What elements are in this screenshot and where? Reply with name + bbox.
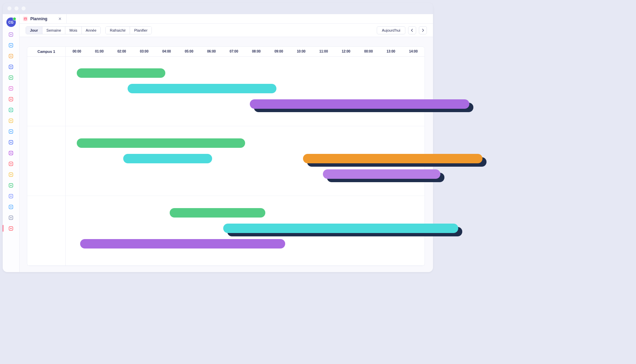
time-tick: 00:00 xyxy=(66,49,88,54)
svg-point-7 xyxy=(10,66,12,67)
window-min-dot[interactable] xyxy=(14,6,19,10)
gantt-chart: Campus 1 00:0001:0002:0003:0004:0005:000… xyxy=(27,46,425,266)
planning-icon[interactable] xyxy=(8,225,14,232)
cube-icon[interactable] xyxy=(8,150,14,156)
svg-point-5 xyxy=(10,55,12,57)
time-tick: 11:00 xyxy=(312,49,335,54)
time-tick: 07:00 xyxy=(223,49,245,54)
app-window: CG Planning ✕ JourSemaineMoisAnnée Rafra… xyxy=(3,3,433,272)
time-tick: 02:00 xyxy=(110,49,133,54)
building-icon[interactable] xyxy=(8,203,14,210)
svg-point-25 xyxy=(10,163,12,164)
svg-point-31 xyxy=(10,195,12,197)
svg-point-13 xyxy=(10,98,12,100)
view-jour[interactable]: Jour xyxy=(26,27,42,34)
action-rafraichir[interactable]: Rafraichir xyxy=(106,27,130,34)
svg-point-11 xyxy=(10,88,12,89)
window-max-dot[interactable] xyxy=(22,6,26,10)
user-icon[interactable] xyxy=(8,193,14,199)
titlebar xyxy=(3,3,433,14)
view-semaine[interactable]: Semaine xyxy=(42,27,65,34)
time-tick: 03:00 xyxy=(133,49,156,54)
svg-point-33 xyxy=(10,206,12,207)
row-label xyxy=(27,126,65,196)
resource-header: Campus 1 xyxy=(27,47,66,56)
trend-icon[interactable] xyxy=(8,53,14,59)
svg-rect-38 xyxy=(24,18,26,20)
view-toggle-group: JourSemaineMoisAnnée xyxy=(26,26,101,34)
time-tick: 12:00 xyxy=(335,49,358,54)
main-area: Planning ✕ JourSemaineMoisAnnée Rafraich… xyxy=(20,14,433,272)
svg-point-27 xyxy=(10,174,12,175)
avatar[interactable]: CG xyxy=(6,18,16,27)
svg-point-37 xyxy=(10,228,12,229)
action-group: RafraichirPlanifier xyxy=(105,26,152,34)
gear-icon[interactable] xyxy=(8,160,14,167)
gantt-header: Campus 1 00:0001:0002:0003:0004:0005:000… xyxy=(27,47,425,57)
time-tick: 05:00 xyxy=(178,49,200,54)
tab-title: Planning xyxy=(30,16,47,21)
svg-point-23 xyxy=(10,152,12,154)
today-button[interactable]: Aujourd'hui xyxy=(377,26,405,34)
svg-point-21 xyxy=(10,141,12,143)
briefcase-icon[interactable] xyxy=(8,106,14,113)
time-tick: 04:00 xyxy=(156,49,178,54)
next-button[interactable] xyxy=(419,26,427,34)
row-label xyxy=(27,196,65,266)
time-tick: 08:00 xyxy=(245,49,268,54)
svg-point-15 xyxy=(10,109,12,110)
sidebar: CG xyxy=(3,14,20,272)
time-tick: 09:00 xyxy=(268,49,290,54)
users-icon[interactable] xyxy=(8,31,14,38)
svg-point-3 xyxy=(10,44,12,46)
close-icon[interactable]: ✕ xyxy=(57,16,63,21)
bot-icon[interactable] xyxy=(8,139,14,145)
toolbar: JourSemaineMoisAnnée RafraichirPlanifier… xyxy=(20,24,433,37)
content-area: Campus 1 00:0001:0002:0003:0004:0005:000… xyxy=(20,37,433,272)
svg-point-9 xyxy=(10,77,12,78)
svg-point-1 xyxy=(10,34,12,35)
view-année[interactable]: Année xyxy=(82,27,101,34)
time-tick: 14:00 xyxy=(402,49,425,54)
row-label xyxy=(27,57,65,126)
action-planifier[interactable]: Planifier xyxy=(130,27,152,34)
time-axis: 00:0001:0002:0003:0004:0005:0006:0007:00… xyxy=(66,47,425,56)
svg-point-17 xyxy=(10,120,12,121)
time-tick: 00:00 xyxy=(357,49,380,54)
gantt-body[interactable] xyxy=(27,57,425,266)
svg-point-35 xyxy=(10,217,12,218)
comment-icon[interactable] xyxy=(8,182,14,189)
time-tick: 13:00 xyxy=(380,49,402,54)
cart-icon[interactable] xyxy=(8,85,14,92)
fork-icon[interactable] xyxy=(8,214,14,221)
folder-icon[interactable] xyxy=(8,42,14,48)
barbell-icon[interactable] xyxy=(8,63,14,70)
chevron-right-icon xyxy=(422,29,424,32)
window-close-dot[interactable] xyxy=(7,6,11,10)
car-icon[interactable] xyxy=(8,171,14,178)
tab-planning[interactable]: Planning ✕ xyxy=(20,14,67,23)
time-tick: 01:00 xyxy=(88,49,111,54)
time-tick: 06:00 xyxy=(200,49,223,54)
calendar-icon xyxy=(23,16,28,21)
chart-icon[interactable] xyxy=(8,74,14,81)
view-mois[interactable]: Mois xyxy=(65,27,81,34)
doc-icon[interactable] xyxy=(8,117,14,124)
block-icon[interactable] xyxy=(8,96,14,102)
chevron-left-icon xyxy=(411,29,413,32)
prev-button[interactable] xyxy=(408,26,416,34)
time-tick: 10:00 xyxy=(290,49,312,54)
phone-icon[interactable] xyxy=(8,128,14,135)
svg-point-19 xyxy=(10,131,12,132)
tabbar: Planning ✕ xyxy=(20,14,433,24)
svg-point-29 xyxy=(10,185,12,186)
